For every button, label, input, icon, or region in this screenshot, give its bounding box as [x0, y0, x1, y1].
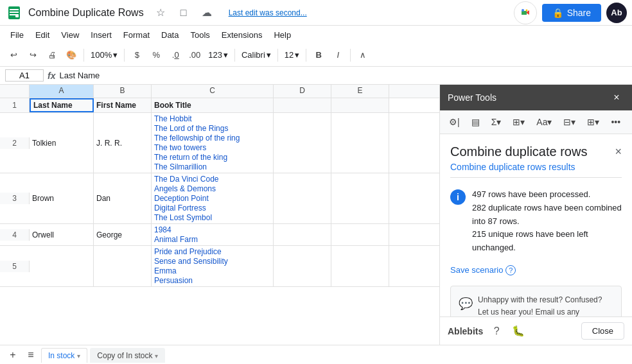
panel-tool-8[interactable]: •••	[607, 114, 624, 130]
menu-insert[interactable]: Insert	[85, 28, 117, 42]
cell-c1[interactable]: Book Title	[152, 98, 274, 112]
panel-close-button[interactable]: ×	[609, 90, 624, 105]
cell-b2[interactable]: J. R. R.	[94, 113, 152, 173]
meet-button[interactable]	[514, 1, 537, 24]
panel-tool-7[interactable]: ⊞▾	[583, 114, 603, 130]
cell-e4[interactable]	[331, 224, 389, 245]
col-header-c[interactable]: C	[152, 85, 274, 98]
redo-button[interactable]: ↪	[24, 47, 41, 64]
menu-extensions[interactable]: Extensions	[216, 28, 268, 42]
font-dropdown[interactable]: Calibri ▾	[239, 49, 274, 61]
print-button[interactable]: 🖨	[44, 47, 60, 64]
cell-b3[interactable]: Dan	[94, 173, 152, 223]
cell-e2[interactable]	[331, 113, 389, 173]
font-size-dropdown[interactable]: 12 ▾	[282, 49, 302, 61]
help-button[interactable]: ?	[488, 323, 505, 340]
book-link[interactable]: Angels & Demons	[154, 184, 219, 193]
tab-dropdown-arrow-copy[interactable]: ▾	[155, 352, 158, 360]
col-header-e[interactable]: E	[331, 85, 389, 98]
book-link[interactable]: 1984	[154, 225, 198, 234]
panel-tool-6[interactable]: ⊟▾	[559, 114, 579, 130]
sheet-list-button[interactable]: ≡	[23, 347, 39, 363]
menu-edit[interactable]: Edit	[30, 28, 55, 42]
debug-icon[interactable]: 🐛	[510, 323, 527, 340]
cell-reference[interactable]	[5, 69, 44, 82]
book-link[interactable]: Persuasion	[154, 276, 228, 285]
close-button[interactable]: Close	[581, 322, 624, 340]
book-link[interactable]: Animal Farm	[154, 235, 198, 244]
cell-b1[interactable]: First Name	[94, 98, 152, 112]
zoom-dropdown[interactable]: 100% ▾	[88, 49, 120, 61]
col-header-a[interactable]: A	[30, 85, 94, 98]
italic-button[interactable]: I	[329, 47, 346, 64]
save-scenario-link[interactable]: Save scenario ?	[450, 265, 622, 275]
book-link[interactable]: The Lord of the Rings	[154, 124, 240, 133]
cell-d4[interactable]	[274, 224, 331, 245]
cell-a2[interactable]: Tolkien	[30, 113, 94, 173]
panel-subtitle[interactable]: Combine duplicate rows results	[450, 162, 622, 178]
dialog-close-button[interactable]: ×	[615, 145, 622, 159]
cell-b5[interactable]	[94, 246, 152, 286]
cell-d2[interactable]	[274, 113, 331, 173]
book-link[interactable]: The two towers	[154, 143, 240, 152]
format-dropdown[interactable]: 123 ▾	[206, 49, 231, 61]
book-link[interactable]: Sense and Sensibility	[154, 257, 228, 266]
book-link[interactable]: The Lost Symbol	[154, 213, 219, 222]
menu-view[interactable]: View	[56, 28, 84, 42]
book-link[interactable]: Emma	[154, 266, 228, 275]
book-link[interactable]: The Silmarillion	[154, 162, 240, 171]
share-button[interactable]: 🔒 Share	[542, 4, 601, 22]
cell-a4[interactable]: Orwell	[30, 224, 94, 245]
folder-icon[interactable]: □	[175, 4, 193, 22]
book-link[interactable]: The Da Vinci Code	[154, 175, 219, 184]
menu-format[interactable]: Format	[118, 28, 155, 42]
sheet-tab-copy[interactable]: Copy of In stock ▾	[90, 348, 165, 363]
collapse-toolbar-button[interactable]: ∧	[355, 47, 371, 64]
cell-a1[interactable]: Last Name	[30, 98, 94, 112]
cell-b4[interactable]: George	[94, 224, 152, 245]
sheet-tab-in-stock[interactable]: In stock ▾	[41, 348, 87, 363]
book-link[interactable]: The fellowship of the ring	[154, 134, 240, 143]
cloud-icon[interactable]: ☁	[198, 4, 216, 22]
percent-button[interactable]: %	[148, 47, 164, 64]
menu-file[interactable]: File	[5, 28, 29, 42]
menu-tools[interactable]: Tools	[185, 28, 215, 42]
cell-e5[interactable]	[331, 246, 389, 286]
bold-button[interactable]: B	[310, 47, 327, 64]
decimal-more-button[interactable]: .00	[186, 47, 203, 64]
cell-e3[interactable]	[331, 173, 389, 223]
book-link[interactable]: The Hobbit	[154, 114, 240, 123]
formula-input[interactable]	[59, 71, 627, 80]
cell-e1[interactable]	[331, 98, 389, 112]
menu-help[interactable]: Help	[268, 28, 296, 42]
cell-c3[interactable]: The Da Vinci Code Angels & Demons Decept…	[152, 173, 274, 223]
panel-tool-4[interactable]: ⊞▾	[509, 114, 529, 130]
currency-button[interactable]: $	[128, 47, 145, 64]
cell-d5[interactable]	[274, 246, 331, 286]
col-header-b[interactable]: B	[94, 85, 152, 98]
last-edit-link[interactable]: Last edit was second...	[229, 8, 307, 17]
panel-tool-3[interactable]: Σ▾	[487, 114, 505, 130]
star-icon[interactable]: ☆	[152, 4, 170, 22]
col-header-d[interactable]: D	[274, 85, 331, 98]
decimal-less-button[interactable]: .0	[167, 47, 184, 64]
cell-d3[interactable]	[274, 173, 331, 223]
cell-d1[interactable]	[274, 98, 331, 112]
paint-format-button[interactable]: 🎨	[63, 47, 80, 64]
book-link[interactable]: Pride and Prejudice	[154, 247, 228, 256]
undo-button[interactable]: ↩	[5, 47, 22, 64]
panel-tool-1[interactable]: ⚙|	[445, 114, 464, 130]
add-sheet-button[interactable]: +	[5, 347, 21, 363]
avatar[interactable]: Ab	[606, 3, 627, 23]
cell-c4[interactable]: 1984 Animal Farm	[152, 224, 274, 245]
panel-tool-5[interactable]: Aa▾	[532, 114, 556, 130]
book-link[interactable]: Deception Point	[154, 194, 219, 203]
book-link[interactable]: Digital Fortress	[154, 204, 219, 212]
tab-dropdown-arrow[interactable]: ▾	[77, 352, 80, 360]
book-link[interactable]: The return of the king	[154, 153, 240, 162]
panel-tool-2[interactable]: ▤	[468, 114, 484, 130]
cell-a5[interactable]	[30, 246, 94, 286]
cell-a3[interactable]: Brown	[30, 173, 94, 223]
cell-c5[interactable]: Pride and Prejudice Sense and Sensibilit…	[152, 246, 274, 286]
menu-data[interactable]: Data	[156, 28, 184, 42]
